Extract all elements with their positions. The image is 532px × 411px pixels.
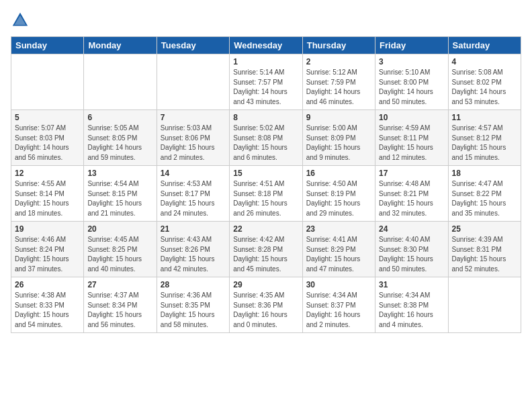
- calendar-cell: 2Sunrise: 5:12 AM Sunset: 7:59 PM Daylig…: [302, 54, 375, 110]
- calendar-cell: 11Sunrise: 4:57 AM Sunset: 8:12 PM Dayli…: [448, 110, 521, 166]
- day-info: Sunrise: 5:07 AM Sunset: 8:03 PM Dayligh…: [15, 124, 80, 163]
- day-number: 24: [379, 224, 444, 234]
- day-info: Sunrise: 5:02 AM Sunset: 8:08 PM Dayligh…: [233, 124, 298, 163]
- day-info: Sunrise: 4:51 AM Sunset: 8:18 PM Dayligh…: [233, 179, 298, 218]
- calendar-week-3: 12Sunrise: 4:55 AM Sunset: 8:14 PM Dayli…: [11, 166, 521, 222]
- calendar-cell: 25Sunrise: 4:39 AM Sunset: 8:31 PM Dayli…: [448, 222, 521, 277]
- day-info: Sunrise: 4:53 AM Sunset: 8:17 PM Dayligh…: [161, 179, 226, 218]
- day-info: Sunrise: 4:34 AM Sunset: 8:37 PM Dayligh…: [306, 291, 371, 330]
- calendar-cell: 31Sunrise: 4:34 AM Sunset: 8:38 PM Dayli…: [375, 277, 448, 333]
- calendar-cell: 15Sunrise: 4:51 AM Sunset: 8:18 PM Dayli…: [230, 166, 302, 222]
- day-info: Sunrise: 5:12 AM Sunset: 7:59 PM Dayligh…: [306, 68, 371, 107]
- day-info: Sunrise: 5:14 AM Sunset: 7:57 PM Dayligh…: [233, 68, 298, 107]
- day-info: Sunrise: 5:10 AM Sunset: 8:00 PM Dayligh…: [379, 68, 444, 107]
- day-number: 29: [233, 280, 298, 289]
- day-info: Sunrise: 4:36 AM Sunset: 8:35 PM Dayligh…: [161, 291, 226, 330]
- day-number: 28: [161, 280, 226, 289]
- calendar-page: SundayMondayTuesdayWednesdayThursdayFrid…: [0, 0, 532, 411]
- day-number: 22: [233, 224, 298, 234]
- calendar-cell: 13Sunrise: 4:54 AM Sunset: 8:15 PM Dayli…: [84, 166, 157, 222]
- weekday-header-monday: Monday: [84, 37, 157, 54]
- calendar-cell: 5Sunrise: 5:07 AM Sunset: 8:03 PM Daylig…: [11, 110, 84, 166]
- day-info: Sunrise: 4:40 AM Sunset: 8:30 PM Dayligh…: [379, 235, 444, 274]
- calendar-cell: 3Sunrise: 5:10 AM Sunset: 8:00 PM Daylig…: [375, 54, 448, 110]
- calendar-body: 1Sunrise: 5:14 AM Sunset: 7:57 PM Daylig…: [11, 54, 521, 333]
- day-number: 23: [306, 224, 371, 234]
- logo-icon: [11, 11, 30, 30]
- calendar-cell: 12Sunrise: 4:55 AM Sunset: 8:14 PM Dayli…: [11, 166, 84, 222]
- day-number: 6: [87, 113, 152, 122]
- calendar-cell: 28Sunrise: 4:36 AM Sunset: 8:35 PM Dayli…: [157, 277, 229, 333]
- calendar-cell: 9Sunrise: 5:00 AM Sunset: 8:09 PM Daylig…: [302, 110, 375, 166]
- day-number: 9: [306, 113, 371, 122]
- day-info: Sunrise: 4:47 AM Sunset: 8:22 PM Dayligh…: [452, 179, 517, 218]
- day-number: 11: [452, 113, 517, 122]
- calendar-cell: [11, 54, 84, 110]
- calendar-cell: 16Sunrise: 4:50 AM Sunset: 8:19 PM Dayli…: [302, 166, 375, 222]
- day-number: 7: [161, 113, 226, 122]
- calendar-cell: 27Sunrise: 4:37 AM Sunset: 8:34 PM Dayli…: [84, 277, 157, 333]
- day-info: Sunrise: 4:35 AM Sunset: 8:36 PM Dayligh…: [233, 291, 298, 330]
- day-number: 27: [87, 280, 152, 289]
- day-info: Sunrise: 4:57 AM Sunset: 8:12 PM Dayligh…: [452, 124, 517, 163]
- calendar-cell: 24Sunrise: 4:40 AM Sunset: 8:30 PM Dayli…: [375, 222, 448, 277]
- day-number: 16: [306, 169, 371, 178]
- day-info: Sunrise: 4:37 AM Sunset: 8:34 PM Dayligh…: [87, 291, 152, 330]
- weekday-header-friday: Friday: [375, 37, 448, 54]
- calendar-cell: [84, 54, 157, 110]
- calendar-cell: 7Sunrise: 5:03 AM Sunset: 8:06 PM Daylig…: [157, 110, 229, 166]
- calendar-week-5: 26Sunrise: 4:38 AM Sunset: 8:33 PM Dayli…: [11, 277, 521, 333]
- calendar-cell: [448, 277, 521, 333]
- calendar-cell: 1Sunrise: 5:14 AM Sunset: 7:57 PM Daylig…: [230, 54, 302, 110]
- day-number: 20: [87, 224, 152, 234]
- calendar-cell: 23Sunrise: 4:41 AM Sunset: 8:29 PM Dayli…: [302, 222, 375, 277]
- page-header: [11, 11, 521, 30]
- day-info: Sunrise: 4:55 AM Sunset: 8:14 PM Dayligh…: [15, 179, 80, 218]
- day-number: 8: [233, 113, 298, 122]
- day-info: Sunrise: 5:03 AM Sunset: 8:06 PM Dayligh…: [161, 124, 226, 163]
- day-info: Sunrise: 5:00 AM Sunset: 8:09 PM Dayligh…: [306, 124, 371, 163]
- calendar-cell: [157, 54, 229, 110]
- calendar-week-4: 19Sunrise: 4:46 AM Sunset: 8:24 PM Dayli…: [11, 222, 521, 277]
- calendar-cell: 4Sunrise: 5:08 AM Sunset: 8:02 PM Daylig…: [448, 54, 521, 110]
- calendar-cell: 18Sunrise: 4:47 AM Sunset: 8:22 PM Dayli…: [448, 166, 521, 222]
- calendar-cell: 14Sunrise: 4:53 AM Sunset: 8:17 PM Dayli…: [157, 166, 229, 222]
- calendar-cell: 30Sunrise: 4:34 AM Sunset: 8:37 PM Dayli…: [302, 277, 375, 333]
- calendar-week-2: 5Sunrise: 5:07 AM Sunset: 8:03 PM Daylig…: [11, 110, 521, 166]
- weekday-header-wednesday: Wednesday: [230, 37, 302, 54]
- day-number: 15: [233, 169, 298, 178]
- day-info: Sunrise: 4:54 AM Sunset: 8:15 PM Dayligh…: [87, 179, 152, 218]
- calendar-cell: 19Sunrise: 4:46 AM Sunset: 8:24 PM Dayli…: [11, 222, 84, 277]
- logo: [11, 11, 31, 30]
- day-info: Sunrise: 4:34 AM Sunset: 8:38 PM Dayligh…: [379, 291, 444, 330]
- day-info: Sunrise: 4:45 AM Sunset: 8:25 PM Dayligh…: [87, 235, 152, 274]
- day-number: 5: [15, 113, 80, 122]
- weekday-header-tuesday: Tuesday: [157, 37, 229, 54]
- weekday-header-thursday: Thursday: [302, 37, 375, 54]
- day-number: 31: [379, 280, 444, 289]
- day-info: Sunrise: 4:38 AM Sunset: 8:33 PM Dayligh…: [15, 291, 80, 330]
- day-number: 18: [452, 169, 517, 178]
- day-info: Sunrise: 4:43 AM Sunset: 8:26 PM Dayligh…: [161, 235, 226, 274]
- day-number: 2: [306, 57, 371, 66]
- day-number: 19: [15, 224, 80, 234]
- calendar-cell: 22Sunrise: 4:42 AM Sunset: 8:28 PM Dayli…: [230, 222, 302, 277]
- day-info: Sunrise: 4:41 AM Sunset: 8:29 PM Dayligh…: [306, 235, 371, 274]
- weekday-header-saturday: Saturday: [448, 37, 521, 54]
- day-number: 21: [161, 224, 226, 234]
- day-number: 12: [15, 169, 80, 178]
- day-number: 30: [306, 280, 371, 289]
- calendar-cell: 29Sunrise: 4:35 AM Sunset: 8:36 PM Dayli…: [230, 277, 302, 333]
- day-info: Sunrise: 4:48 AM Sunset: 8:21 PM Dayligh…: [379, 179, 444, 218]
- calendar-cell: 26Sunrise: 4:38 AM Sunset: 8:33 PM Dayli…: [11, 277, 84, 333]
- day-number: 4: [452, 57, 517, 66]
- day-info: Sunrise: 4:50 AM Sunset: 8:19 PM Dayligh…: [306, 179, 371, 218]
- day-info: Sunrise: 5:05 AM Sunset: 8:05 PM Dayligh…: [87, 124, 152, 163]
- day-number: 26: [15, 280, 80, 289]
- day-number: 1: [233, 57, 298, 66]
- day-number: 14: [161, 169, 226, 178]
- day-info: Sunrise: 4:59 AM Sunset: 8:11 PM Dayligh…: [379, 124, 444, 163]
- calendar-cell: 17Sunrise: 4:48 AM Sunset: 8:21 PM Dayli…: [375, 166, 448, 222]
- weekday-header-sunday: Sunday: [11, 37, 84, 54]
- day-number: 13: [87, 169, 152, 178]
